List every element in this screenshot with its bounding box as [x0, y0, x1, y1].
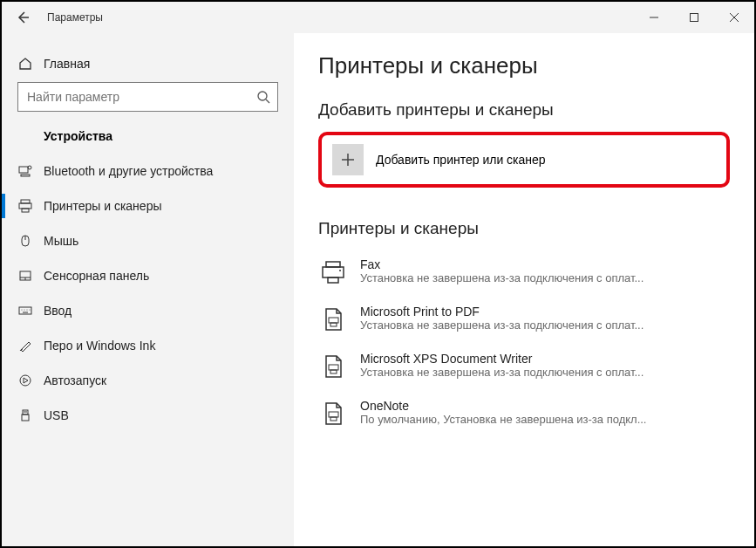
maximize-button[interactable] — [674, 2, 714, 33]
svg-rect-1 — [691, 14, 698, 22]
svg-rect-35 — [330, 323, 337, 326]
search-icon — [256, 90, 270, 104]
sidebar-item-touchpad[interactable]: Сенсорная панель — [2, 258, 294, 293]
svg-point-18 — [22, 310, 23, 311]
svg-rect-39 — [330, 417, 337, 421]
printer-text: OneNote По умолчанию, Установка не завер… — [360, 399, 730, 426]
printer-item-xps[interactable]: Microsoft XPS Document Writer Установка … — [318, 345, 730, 392]
svg-rect-24 — [23, 410, 28, 414]
sidebar: Главная Устройства Bluetooth и другие ус… — [2, 33, 294, 546]
close-button[interactable] — [714, 2, 754, 33]
bluetooth-icon — [17, 164, 33, 178]
printer-item-fax[interactable]: Fax Установка не завершена из-за подключ… — [318, 250, 730, 298]
svg-rect-34 — [329, 318, 338, 323]
svg-rect-37 — [330, 370, 337, 373]
plus-icon — [340, 152, 356, 168]
printer-name: Microsoft XPS Document Writer — [360, 352, 730, 366]
svg-point-33 — [339, 270, 341, 271]
add-section-title: Добавить принтеры и сканеры — [318, 100, 730, 120]
body: Главная Устройства Bluetooth и другие ус… — [2, 33, 754, 546]
document-printer-icon — [318, 305, 348, 334]
svg-rect-25 — [22, 414, 29, 421]
touchpad-icon — [17, 269, 33, 283]
sidebar-item-bluetooth[interactable]: Bluetooth и другие устройства — [2, 154, 294, 188]
pen-icon — [17, 339, 33, 353]
window-controls — [634, 2, 754, 33]
svg-line-5 — [266, 99, 269, 103]
printer-text: Microsoft Print to PDF Установка не заве… — [360, 305, 730, 332]
printer-status: Установка не завершена из-за подключения… — [360, 319, 730, 332]
add-printer-label: Добавить принтер или сканер — [376, 153, 546, 167]
document-printer-icon — [318, 399, 348, 428]
sidebar-section-title: Устройства — [2, 126, 294, 154]
minimize-button[interactable] — [634, 2, 674, 33]
back-button[interactable] — [10, 5, 35, 30]
page-title: Принтеры и сканеры — [318, 52, 730, 79]
printer-status: Установка не завершена из-за подключения… — [360, 271, 730, 284]
printer-status: Установка не завершена из-за подключения… — [360, 366, 730, 379]
sidebar-item-label: Bluetooth и другие устройства — [44, 164, 213, 178]
printer-item-pdf[interactable]: Microsoft Print to PDF Установка не заве… — [318, 298, 730, 345]
svg-point-19 — [24, 310, 25, 311]
usb-icon — [17, 408, 33, 422]
printer-name: OneNote — [360, 399, 730, 413]
printer-icon — [17, 199, 33, 213]
list-section-title: Принтеры и сканеры — [318, 219, 730, 238]
maximize-icon — [690, 13, 698, 22]
sidebar-item-usb[interactable]: USB — [2, 398, 294, 433]
keyboard-icon — [17, 304, 33, 318]
svg-point-23 — [20, 375, 31, 386]
printer-status: По умолчанию, Установка не завершена из-… — [360, 413, 730, 426]
window-title: Параметры — [47, 11, 103, 24]
minimize-icon — [650, 13, 658, 22]
titlebar: Параметры — [2, 2, 754, 33]
add-printer-button[interactable]: Добавить принтер или сканер — [318, 132, 730, 188]
content: Принтеры и сканеры Добавить принтеры и с… — [294, 33, 754, 546]
printer-text: Fax Установка не завершена из-за подключ… — [360, 257, 730, 284]
autoplay-icon — [17, 373, 33, 387]
printer-icon — [318, 257, 348, 287]
sidebar-item-pen[interactable]: Перо и Windows Ink — [2, 328, 294, 363]
sidebar-item-label: Ввод — [44, 304, 72, 318]
sidebar-item-autoplay[interactable]: Автозапуск — [2, 363, 294, 398]
svg-rect-7 — [21, 175, 30, 176]
svg-rect-32 — [328, 277, 338, 283]
svg-rect-30 — [326, 262, 340, 267]
svg-point-4 — [258, 92, 267, 100]
svg-point-21 — [30, 310, 31, 311]
svg-rect-36 — [329, 365, 338, 370]
sidebar-item-label: Сенсорная панель — [44, 269, 149, 283]
printer-name: Microsoft Print to PDF — [360, 305, 730, 319]
printer-name: Fax — [360, 257, 730, 271]
svg-rect-31 — [323, 267, 344, 277]
arrow-left-icon — [16, 10, 30, 24]
sidebar-item-label: Перо и Windows Ink — [44, 339, 155, 353]
printer-item-onenote[interactable]: OneNote По умолчанию, Установка не завер… — [318, 392, 730, 439]
search-box[interactable] — [17, 82, 278, 112]
printer-text: Microsoft XPS Document Writer Установка … — [360, 352, 730, 379]
sidebar-item-printers[interactable]: Принтеры и сканеры — [2, 188, 294, 223]
document-printer-icon — [318, 352, 348, 381]
svg-rect-9 — [21, 200, 30, 203]
svg-rect-10 — [19, 203, 31, 209]
sidebar-item-label: Принтеры и сканеры — [44, 199, 161, 213]
printer-list: Fax Установка не завершена из-за подключ… — [318, 250, 730, 439]
mouse-icon — [17, 234, 33, 248]
svg-point-20 — [27, 310, 28, 311]
svg-rect-11 — [22, 209, 29, 212]
settings-window: Параметры Главная — [0, 0, 756, 548]
sidebar-item-label: USB — [44, 408, 69, 422]
svg-rect-38 — [329, 412, 338, 417]
sidebar-item-typing[interactable]: Ввод — [2, 293, 294, 328]
svg-rect-17 — [19, 307, 31, 314]
sidebar-home-label: Главная — [44, 57, 90, 71]
sidebar-item-mouse[interactable]: Мышь — [2, 223, 294, 258]
sidebar-item-label: Автозапуск — [44, 373, 106, 387]
search-input[interactable] — [27, 90, 256, 104]
svg-point-8 — [28, 166, 31, 169]
svg-rect-6 — [19, 167, 28, 173]
sidebar-home[interactable]: Главная — [2, 49, 294, 79]
titlebar-left: Параметры — [10, 5, 103, 30]
close-icon — [730, 13, 739, 22]
sidebar-item-label: Мышь — [44, 234, 78, 248]
